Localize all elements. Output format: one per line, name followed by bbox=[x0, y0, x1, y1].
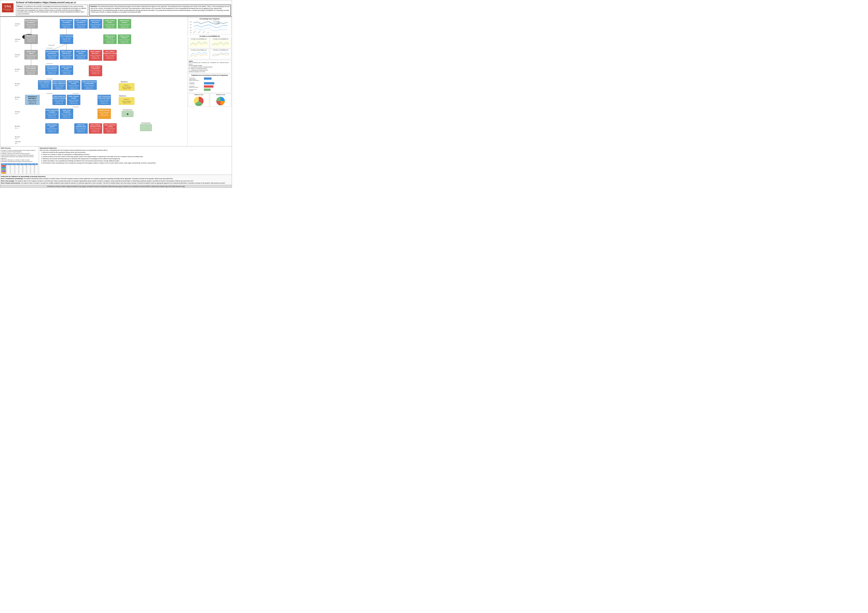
svg-text:Practice: 1 CR: Practice: 1 CR bbox=[77, 56, 85, 57]
svg-text:(18 cr): (18 cr) bbox=[15, 25, 18, 26]
svg-text:CS340: Programming: CS340: Programming bbox=[46, 110, 58, 111]
lo-nivel1-label: Nivel 1 Familiarizarse (Familiarity): bbox=[1, 178, 23, 179]
svg-rect-280 bbox=[189, 40, 208, 47]
svg-text:Practice: 3 CR: Practice: 3 CR bbox=[70, 87, 78, 88]
svg-text:Theory:2  Mandatory: Theory:2 Mandatory bbox=[84, 85, 94, 86]
skills-section: Skill Courses ● Evaluate a complex compu… bbox=[0, 146, 39, 175]
mission-text: To contribute to the scientific, technol… bbox=[17, 5, 86, 15]
svg-text:Practice: 3 CR: Practice: 3 CR bbox=[63, 25, 70, 26]
svg-text:UNIVERSIDAD NACIONAL: UNIVERSIDAD NACIONAL bbox=[3, 9, 13, 10]
svg-text:Theory:1  Mandatory: Theory:1 Mandatory bbox=[54, 99, 64, 101]
svg-text:CS251: Platform: CS251: Platform bbox=[76, 51, 86, 52]
codificacion-title: Codificación del curso del área de Cienc… bbox=[189, 74, 230, 76]
chart-cs-vs-se: CS (UNA) vs SE (ACM/IEEE-CS) bbox=[188, 49, 209, 59]
school-title: School of Informatics https://www.escinf… bbox=[16, 1, 231, 4]
svg-text:Practice: 3 CR: Practice: 3 CR bbox=[70, 101, 78, 102]
svg-text:3rd Sem: 3rd Sem bbox=[15, 54, 20, 56]
svg-text:Theory:2  Mandatory: Theory:2 Mandatory bbox=[90, 70, 101, 71]
svg-text:EG002: General: EG002: General bbox=[120, 20, 129, 21]
svg-text:SE141: Software: SE141: Software bbox=[91, 51, 101, 52]
svg-text:Software: Software bbox=[198, 31, 200, 33]
svg-text:Laboratory: Pg: Laboratory: Pg bbox=[91, 131, 99, 132]
edu-obj-6: Demonstrate a clear understanding of the… bbox=[43, 162, 231, 164]
page-wrapper: UNA UNIVERSIDAD NACIONAL COSTA RICA Scho… bbox=[0, 0, 232, 188]
svg-text:Security: Security bbox=[71, 98, 76, 99]
svg-rect-294 bbox=[204, 89, 211, 91]
svg-text:and Probability: and Probability bbox=[27, 68, 36, 70]
svg-rect-288 bbox=[204, 82, 214, 85]
svg-text:Laboratory: Pg: Laboratory: Pg bbox=[28, 103, 36, 104]
svg-text:EG003: General: EG003: General bbox=[105, 36, 115, 37]
mission-box: Mission: To contribute to the scientific… bbox=[16, 5, 88, 15]
chart-label-cs: CS (UNA) vs CS (ACM/IEEE-CS) bbox=[188, 36, 231, 37]
footer: Generado por Ernesto Cuadros-Vargas (ecu… bbox=[0, 185, 232, 187]
chart-it-svg bbox=[211, 51, 231, 58]
svg-text:Practice: 3 CR: Practice: 3 CR bbox=[85, 87, 93, 88]
table-row: # 123 456 78 bbox=[1, 167, 38, 169]
svg-text:Critical path: Critical path bbox=[46, 63, 53, 64]
svg-text:Infraestructura de: Infraestructura de bbox=[189, 89, 197, 90]
lo-nivel3-text: The student is able to consider a concep… bbox=[21, 183, 225, 184]
svg-text:Practice: 4 CR: Practice: 4 CR bbox=[63, 39, 70, 40]
svg-text:Laboratory: Pg: Laboratory: Pg bbox=[121, 42, 128, 43]
svg-text:Theory:3  Mandatory: Theory:3 Mandatory bbox=[76, 24, 86, 25]
svg-text:Tecnologías: Tecnologías bbox=[189, 82, 194, 83]
lo-nivel2-label: Nivel 2 Usar (Usage): bbox=[1, 180, 14, 182]
svg-text:(15 cr): (15 cr) bbox=[15, 85, 18, 86]
svg-text:CS100: Computing: CS100: Computing bbox=[61, 20, 72, 22]
svg-text:Practice: 4 CR: Practice: 4 CR bbox=[28, 25, 35, 26]
logo-area: UNA UNIVERSIDAD NACIONAL COSTA RICA bbox=[1, 1, 14, 15]
svg-text:Electivo II: Electivo II bbox=[124, 99, 129, 100]
bottom-section: Skill Courses ● Evaluate a complex compu… bbox=[0, 146, 232, 175]
svg-text:Electivo I: Electivo I bbox=[124, 85, 129, 86]
svg-text:Critical path: Critical path bbox=[46, 93, 53, 94]
svg-text:Theory:2  Mandatory: Theory:2 Mandatory bbox=[105, 24, 115, 25]
svg-text:Math: Math bbox=[207, 31, 209, 33]
svg-text:Theory:2  Mandatory: Theory:2 Mandatory bbox=[99, 111, 109, 113]
svg-text:IS105: Technical and: IS105: Technical and bbox=[98, 96, 110, 97]
svg-text:MA100: Cálculo: MA100: Cálculo bbox=[26, 36, 36, 37]
svg-text:Security: Security bbox=[71, 83, 76, 84]
svg-text:Sistemas: Sistemas bbox=[189, 90, 193, 91]
lo-nivel3-label: Nivel 3 Evaluar (Assessment): bbox=[1, 183, 20, 184]
svg-text:Theory:2  Mandatory: Theory:2 Mandatory bbox=[90, 128, 101, 129]
svg-text:Practice: 3 CR: Practice: 3 CR bbox=[92, 56, 99, 57]
svg-text:10%: 10% bbox=[190, 32, 192, 33]
svg-text:Practice: 3 CR: Practice: 3 CR bbox=[56, 87, 63, 88]
svg-text:CS341: Computer: CS341: Computer bbox=[68, 96, 79, 97]
skills-table-header-7: 7th bbox=[30, 163, 34, 165]
svg-text:Laboratory: Pg: Laboratory: Pg bbox=[106, 131, 114, 132]
svg-text:(15 cr): (15 cr) bbox=[15, 99, 18, 100]
svg-text:Theory:2  Mandatory: Theory:2 Mandatory bbox=[90, 24, 101, 25]
curriculum-diagram: 1st Sem (18 cr) 2nd Sem (18 cr) 3rd Sem … bbox=[1, 18, 186, 145]
svg-text:Practice: 2 CR: Practice: 2 CR bbox=[48, 72, 56, 73]
chart-se-svg bbox=[189, 51, 209, 58]
codificacion-svg: Problemáticas Organizacional y Sistema d… bbox=[189, 76, 230, 92]
svg-text:Theory:2  Elective: Theory:2 Elective bbox=[122, 101, 131, 102]
svg-text:Foundations II: Foundations II bbox=[77, 22, 85, 23]
svg-text:Management & Design: Management & Design bbox=[103, 53, 117, 54]
svg-text:Laboratory: Pg: Laboratory: Pg bbox=[121, 27, 128, 28]
svg-text:UNA: UNA bbox=[5, 5, 11, 8]
svg-text:Practice: 3 CR: Practice: 3 CR bbox=[106, 56, 114, 57]
svg-text:Laboratory: Pg: Laboratory: Pg bbox=[77, 57, 85, 59]
svg-text:Construction: Construction bbox=[91, 68, 99, 70]
edu-obj-1: Meet and exceed the job expectations def… bbox=[43, 152, 231, 153]
svg-rect-291 bbox=[204, 85, 213, 88]
svg-text:CS252: Operating: CS252: Operating bbox=[61, 66, 72, 68]
svg-rect-281 bbox=[211, 40, 230, 47]
svg-text:Theory:4  Mandatory: Theory:4 Mandatory bbox=[26, 24, 36, 25]
svg-text:CS311: Computer: CS311: Computer bbox=[68, 81, 79, 83]
learning-outcomes: Definición de Objetivos de Aprendizaje (… bbox=[0, 175, 232, 185]
svg-text:Practice: 3 CR: Practice: 3 CR bbox=[121, 41, 128, 42]
svg-text:2nd Sem: 2nd Sem bbox=[15, 39, 20, 40]
svg-text:Theory:4  Mandatory: Theory:4 Mandatory bbox=[26, 55, 36, 56]
cs270-content: Fac: 1 introductory, fac = informatic, f… bbox=[189, 62, 230, 73]
skill-label-a: ● bbox=[1, 165, 6, 167]
svg-text:(19 cr): (19 cr) bbox=[15, 56, 18, 57]
svg-text:6th Sem: 6th Sem bbox=[15, 97, 20, 98]
credits-level-pie: 77.9% FG bbox=[211, 95, 231, 106]
svg-text:Sistema de Informacion: Sistema de Informacion bbox=[189, 80, 199, 81]
svg-text:Practice: 3 CR: Practice: 3 CR bbox=[121, 25, 128, 26]
credits-level-container: Créditos por nivel 77.9% FG bbox=[210, 93, 231, 107]
